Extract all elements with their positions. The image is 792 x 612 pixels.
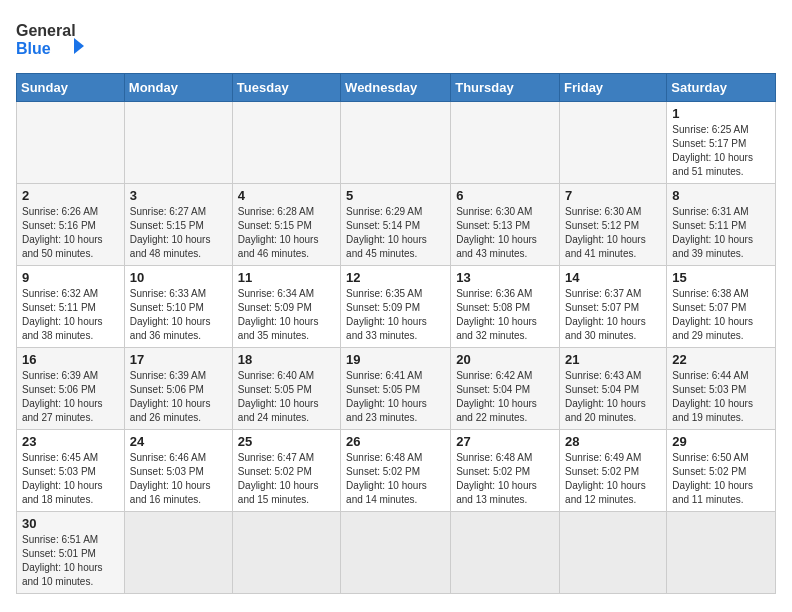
calendar-cell: 7Sunrise: 6:30 AM Sunset: 5:12 PM Daylig… xyxy=(560,184,667,266)
calendar-cell xyxy=(451,512,560,594)
calendar-cell: 4Sunrise: 6:28 AM Sunset: 5:15 PM Daylig… xyxy=(232,184,340,266)
calendar-cell: 13Sunrise: 6:36 AM Sunset: 5:08 PM Dayli… xyxy=(451,266,560,348)
calendar-cell: 1Sunrise: 6:25 AM Sunset: 5:17 PM Daylig… xyxy=(667,102,776,184)
day-info: Sunrise: 6:50 AM Sunset: 5:02 PM Dayligh… xyxy=(672,451,770,507)
day-info: Sunrise: 6:45 AM Sunset: 5:03 PM Dayligh… xyxy=(22,451,119,507)
day-number: 13 xyxy=(456,270,554,285)
calendar-cell: 18Sunrise: 6:40 AM Sunset: 5:05 PM Dayli… xyxy=(232,348,340,430)
day-info: Sunrise: 6:38 AM Sunset: 5:07 PM Dayligh… xyxy=(672,287,770,343)
day-number: 17 xyxy=(130,352,227,367)
day-info: Sunrise: 6:30 AM Sunset: 5:12 PM Dayligh… xyxy=(565,205,661,261)
calendar-cell: 29Sunrise: 6:50 AM Sunset: 5:02 PM Dayli… xyxy=(667,430,776,512)
calendar-cell xyxy=(232,512,340,594)
calendar-header-row: SundayMondayTuesdayWednesdayThursdayFrid… xyxy=(17,74,776,102)
calendar-cell: 27Sunrise: 6:48 AM Sunset: 5:02 PM Dayli… xyxy=(451,430,560,512)
day-number: 7 xyxy=(565,188,661,203)
svg-marker-2 xyxy=(74,38,84,54)
day-info: Sunrise: 6:39 AM Sunset: 5:06 PM Dayligh… xyxy=(22,369,119,425)
day-info: Sunrise: 6:27 AM Sunset: 5:15 PM Dayligh… xyxy=(130,205,227,261)
calendar-cell: 20Sunrise: 6:42 AM Sunset: 5:04 PM Dayli… xyxy=(451,348,560,430)
day-info: Sunrise: 6:31 AM Sunset: 5:11 PM Dayligh… xyxy=(672,205,770,261)
calendar-cell: 6Sunrise: 6:30 AM Sunset: 5:13 PM Daylig… xyxy=(451,184,560,266)
day-info: Sunrise: 6:39 AM Sunset: 5:06 PM Dayligh… xyxy=(130,369,227,425)
day-info: Sunrise: 6:48 AM Sunset: 5:02 PM Dayligh… xyxy=(346,451,445,507)
day-info: Sunrise: 6:30 AM Sunset: 5:13 PM Dayligh… xyxy=(456,205,554,261)
day-number: 5 xyxy=(346,188,445,203)
day-header-monday: Monday xyxy=(124,74,232,102)
day-number: 27 xyxy=(456,434,554,449)
day-number: 16 xyxy=(22,352,119,367)
day-number: 12 xyxy=(346,270,445,285)
calendar-week-0: 1Sunrise: 6:25 AM Sunset: 5:17 PM Daylig… xyxy=(17,102,776,184)
day-info: Sunrise: 6:46 AM Sunset: 5:03 PM Dayligh… xyxy=(130,451,227,507)
calendar-cell: 9Sunrise: 6:32 AM Sunset: 5:11 PM Daylig… xyxy=(17,266,125,348)
day-number: 10 xyxy=(130,270,227,285)
day-number: 20 xyxy=(456,352,554,367)
day-number: 8 xyxy=(672,188,770,203)
logo: GeneralBlue xyxy=(16,16,96,61)
calendar-cell: 14Sunrise: 6:37 AM Sunset: 5:07 PM Dayli… xyxy=(560,266,667,348)
day-info: Sunrise: 6:41 AM Sunset: 5:05 PM Dayligh… xyxy=(346,369,445,425)
day-number: 29 xyxy=(672,434,770,449)
day-info: Sunrise: 6:43 AM Sunset: 5:04 PM Dayligh… xyxy=(565,369,661,425)
day-number: 15 xyxy=(672,270,770,285)
calendar-cell: 10Sunrise: 6:33 AM Sunset: 5:10 PM Dayli… xyxy=(124,266,232,348)
day-info: Sunrise: 6:48 AM Sunset: 5:02 PM Dayligh… xyxy=(456,451,554,507)
day-info: Sunrise: 6:47 AM Sunset: 5:02 PM Dayligh… xyxy=(238,451,335,507)
calendar-cell: 8Sunrise: 6:31 AM Sunset: 5:11 PM Daylig… xyxy=(667,184,776,266)
day-number: 1 xyxy=(672,106,770,121)
page-header: GeneralBlue xyxy=(16,16,776,61)
day-info: Sunrise: 6:40 AM Sunset: 5:05 PM Dayligh… xyxy=(238,369,335,425)
day-info: Sunrise: 6:29 AM Sunset: 5:14 PM Dayligh… xyxy=(346,205,445,261)
calendar-cell xyxy=(667,512,776,594)
day-number: 23 xyxy=(22,434,119,449)
day-number: 24 xyxy=(130,434,227,449)
svg-text:General: General xyxy=(16,22,76,39)
day-number: 6 xyxy=(456,188,554,203)
calendar-cell: 30Sunrise: 6:51 AM Sunset: 5:01 PM Dayli… xyxy=(17,512,125,594)
calendar-cell xyxy=(17,102,125,184)
calendar-cell xyxy=(560,102,667,184)
calendar-week-1: 2Sunrise: 6:26 AM Sunset: 5:16 PM Daylig… xyxy=(17,184,776,266)
day-info: Sunrise: 6:37 AM Sunset: 5:07 PM Dayligh… xyxy=(565,287,661,343)
day-number: 19 xyxy=(346,352,445,367)
calendar-cell xyxy=(560,512,667,594)
calendar-cell xyxy=(451,102,560,184)
day-header-wednesday: Wednesday xyxy=(341,74,451,102)
calendar-cell: 17Sunrise: 6:39 AM Sunset: 5:06 PM Dayli… xyxy=(124,348,232,430)
calendar-cell: 19Sunrise: 6:41 AM Sunset: 5:05 PM Dayli… xyxy=(341,348,451,430)
calendar-cell: 3Sunrise: 6:27 AM Sunset: 5:15 PM Daylig… xyxy=(124,184,232,266)
calendar-week-5: 30Sunrise: 6:51 AM Sunset: 5:01 PM Dayli… xyxy=(17,512,776,594)
day-number: 21 xyxy=(565,352,661,367)
calendar-cell: 28Sunrise: 6:49 AM Sunset: 5:02 PM Dayli… xyxy=(560,430,667,512)
svg-text:Blue: Blue xyxy=(16,40,51,57)
day-info: Sunrise: 6:34 AM Sunset: 5:09 PM Dayligh… xyxy=(238,287,335,343)
day-number: 2 xyxy=(22,188,119,203)
day-header-friday: Friday xyxy=(560,74,667,102)
day-info: Sunrise: 6:36 AM Sunset: 5:08 PM Dayligh… xyxy=(456,287,554,343)
day-info: Sunrise: 6:28 AM Sunset: 5:15 PM Dayligh… xyxy=(238,205,335,261)
day-info: Sunrise: 6:35 AM Sunset: 5:09 PM Dayligh… xyxy=(346,287,445,343)
calendar-cell: 22Sunrise: 6:44 AM Sunset: 5:03 PM Dayli… xyxy=(667,348,776,430)
day-header-thursday: Thursday xyxy=(451,74,560,102)
day-info: Sunrise: 6:25 AM Sunset: 5:17 PM Dayligh… xyxy=(672,123,770,179)
day-info: Sunrise: 6:42 AM Sunset: 5:04 PM Dayligh… xyxy=(456,369,554,425)
day-number: 25 xyxy=(238,434,335,449)
calendar-body: 1Sunrise: 6:25 AM Sunset: 5:17 PM Daylig… xyxy=(17,102,776,594)
day-header-saturday: Saturday xyxy=(667,74,776,102)
calendar-cell: 23Sunrise: 6:45 AM Sunset: 5:03 PM Dayli… xyxy=(17,430,125,512)
calendar-cell: 21Sunrise: 6:43 AM Sunset: 5:04 PM Dayli… xyxy=(560,348,667,430)
calendar-cell: 25Sunrise: 6:47 AM Sunset: 5:02 PM Dayli… xyxy=(232,430,340,512)
calendar-cell: 15Sunrise: 6:38 AM Sunset: 5:07 PM Dayli… xyxy=(667,266,776,348)
calendar-cell: 24Sunrise: 6:46 AM Sunset: 5:03 PM Dayli… xyxy=(124,430,232,512)
day-header-sunday: Sunday xyxy=(17,74,125,102)
calendar-cell xyxy=(341,512,451,594)
day-number: 28 xyxy=(565,434,661,449)
calendar-week-2: 9Sunrise: 6:32 AM Sunset: 5:11 PM Daylig… xyxy=(17,266,776,348)
day-number: 14 xyxy=(565,270,661,285)
calendar-cell: 12Sunrise: 6:35 AM Sunset: 5:09 PM Dayli… xyxy=(341,266,451,348)
day-number: 18 xyxy=(238,352,335,367)
day-info: Sunrise: 6:26 AM Sunset: 5:16 PM Dayligh… xyxy=(22,205,119,261)
calendar-cell xyxy=(124,512,232,594)
day-info: Sunrise: 6:33 AM Sunset: 5:10 PM Dayligh… xyxy=(130,287,227,343)
